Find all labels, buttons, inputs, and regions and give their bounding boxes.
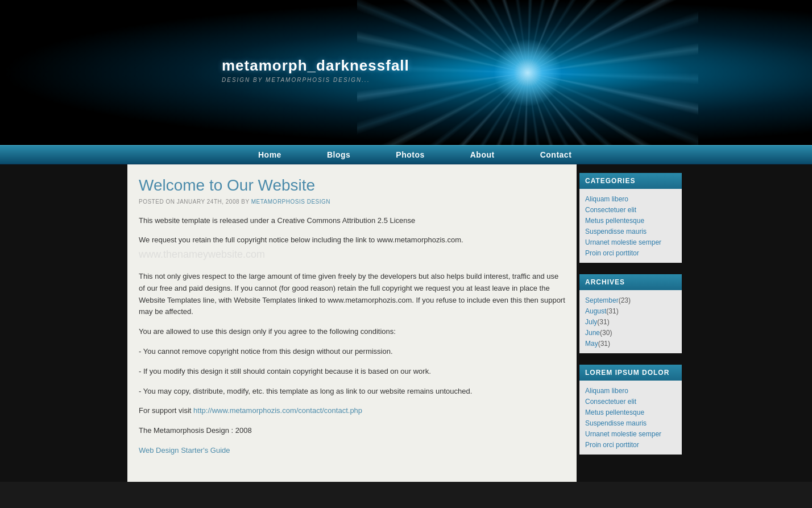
list-item: June(30) [585,327,676,338]
main-nav: Home Blogs Photos About Contact [0,145,812,164]
post-paragraph-7: - You may copy, distribute, modify, etc.… [139,386,565,398]
lorem-link-5[interactable]: Urnanet molestie semper [585,430,661,438]
nav-home[interactable]: Home [235,146,304,164]
archive-count-5: (31) [598,340,610,348]
archive-count-3: (31) [597,318,609,326]
category-link-2[interactable]: Consectetuer elit [585,206,636,214]
nav-photos[interactable]: Photos [373,146,447,164]
post-meta-prefix: POSTED ON JANUARY 24TH, 2008 BY [139,199,249,205]
post-support-label: For support visit [139,406,191,415]
post-paragraph-5: - You cannot remove copyright notice fro… [139,346,565,358]
category-link-3[interactable]: Metus pellentesque [585,217,644,225]
nav-blogs[interactable]: Blogs [304,146,373,164]
archives-header: ARCHIVES [579,274,682,290]
list-item: August(31) [585,305,676,316]
archive-link-2[interactable]: August [585,307,606,315]
site-header: metamorph_darknessfall DESIGN BY METAMOR… [0,0,812,145]
site-subtitle: DESIGN BY METAMORPHOSIS DESIGN... [222,77,409,83]
post-support-link[interactable]: http://www.metamorphozis.com/contact/con… [193,406,362,415]
post-paragraph-6: - If you modify this design it still sho… [139,366,565,378]
list-item: Proin orci porttitor [585,247,676,258]
archive-count-4: (30) [600,329,612,337]
category-link-6[interactable]: Proin orci porttitor [585,249,639,257]
archive-count-2: (31) [606,307,618,315]
watermark-text: www.thenameywebsite.com [139,249,265,260]
lorem-link-1[interactable]: Aliquam libero [585,387,628,395]
list-item: Suspendisse mauris [585,226,676,237]
category-link-1[interactable]: Aliquam libero [585,195,628,203]
post-paragraph-2: We request you retain the full copyright… [139,236,463,244]
site-title: metamorph_darknessfall [222,57,409,75]
post-paragraph-4: You are allowed to use this design only … [139,326,565,338]
categories-header: CATEGORIES [579,173,682,189]
list-item: Proin orci porttitor [585,439,676,450]
archives-section: ARCHIVES September(23) August(31) July(3… [579,274,682,353]
list-item: Metus pellentesque [585,407,676,418]
post-body: This website template is released under … [139,215,565,457]
list-item: Urnanet molestie semper [585,428,676,439]
post-footer-link: Web Design Starter's Guide [139,445,565,457]
list-item: May(31) [585,338,676,349]
nav-about[interactable]: About [448,146,517,164]
list-item: Suspendisse mauris [585,418,676,428]
main-content: Welcome to Our Website POSTED ON JANUARY… [127,164,577,482]
lorem-section: LOREM IPSUM DOLOR Aliquam libero Consect… [579,365,682,455]
lorem-link-6[interactable]: Proin orci porttitor [585,441,639,449]
lorem-link-3[interactable]: Metus pellentesque [585,408,644,416]
post-paragraph-3: This not only gives respect to the large… [139,271,565,318]
post-footer-1: The Metamorphosis Design : 2008 [139,425,565,437]
list-item: Metus pellentesque [585,215,676,226]
archives-list: September(23) August(31) July(31) June(3… [579,290,682,353]
archive-link-3[interactable]: July [585,318,597,326]
lorem-list: Aliquam libero Consectetuer elit Metus p… [579,381,682,455]
lorem-header: LOREM IPSUM DOLOR [579,365,682,381]
post-title: Welcome to Our Website [139,176,565,195]
archive-link-4[interactable]: June [585,329,600,337]
category-link-5[interactable]: Urnanet molestie semper [585,238,661,246]
post-author-link[interactable]: METAMORPHOSIS DESIGN [251,199,330,205]
post-web-design-link[interactable]: Web Design Starter's Guide [139,446,230,455]
archive-link-1[interactable]: September [585,296,619,304]
post-meta: POSTED ON JANUARY 24TH, 2008 BY METAMORP… [139,199,565,205]
list-item: September(23) [585,295,676,305]
nav-contact[interactable]: Contact [517,146,595,164]
sidebar: CATEGORIES Aliquam libero Consectetuer e… [577,164,685,482]
post-paragraph-8: For support visit http://www.metamorphoz… [139,405,565,417]
list-item: Consectetuer elit [585,396,676,407]
category-link-4[interactable]: Suspendisse mauris [585,228,647,236]
lorem-link-2[interactable]: Consectetuer elit [585,398,636,406]
list-item: Aliquam libero [585,193,676,204]
post-paragraph-watermark: We request you retain the full copyright… [139,234,565,263]
list-item: July(31) [585,316,676,327]
list-item: Aliquam libero [585,385,676,396]
lorem-link-4[interactable]: Suspendisse mauris [585,419,647,427]
categories-section: CATEGORIES Aliquam libero Consectetuer e… [579,173,682,263]
archive-link-5[interactable]: May [585,340,598,348]
archive-count-1: (23) [619,296,631,304]
list-item: Consectetuer elit [585,204,676,215]
list-item: Urnanet molestie semper [585,237,676,247]
post-paragraph-1: This website template is released under … [139,215,565,227]
categories-list: Aliquam libero Consectetuer elit Metus p… [579,189,682,263]
